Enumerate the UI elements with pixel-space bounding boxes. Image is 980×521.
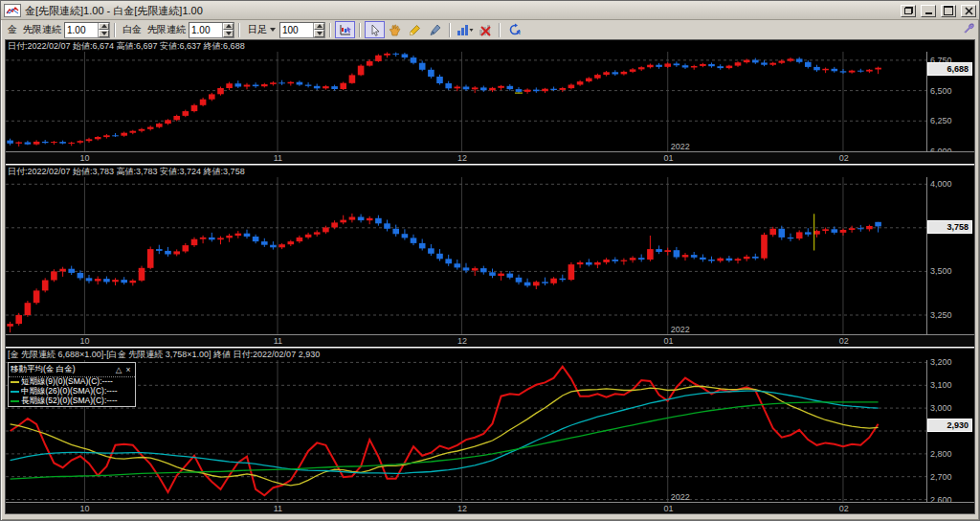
app-window: 金[先限連続]1.00 - 白金[先限連続]1.00 金 先限連続 白金 先限連…: [0, 0, 980, 521]
y-axis-label: 3,100: [930, 381, 952, 390]
platinum-multiplier-spinner: [189, 22, 234, 38]
spin-up-icon[interactable]: [99, 23, 109, 31]
draw-pen-button[interactable]: [425, 21, 445, 38]
period-dropdown[interactable]: 日足: [244, 21, 279, 38]
close-icon: [965, 7, 973, 15]
platinum-series-label: 先限連続: [147, 23, 186, 36]
current-price-box: 6,688: [927, 62, 972, 76]
legend-color-swatch: [11, 381, 19, 383]
gold-y-axis: 6,7506,5006,2506,0006,688: [926, 52, 974, 151]
gold-x-axis-labels: 1011120102: [6, 152, 927, 164]
pan-hand-button[interactable]: [385, 21, 405, 38]
app-chart-icon: [4, 4, 21, 17]
spread-info-line: [金 先限連続 6,688×1.00]-[白金 先限連続 3,758×1.00]…: [6, 349, 974, 360]
gold-multiplier-spinner: [64, 22, 110, 38]
toolbar-separator: [238, 23, 240, 37]
x-axis-label: 01: [663, 336, 673, 346]
x-axis-label: 01: [663, 153, 673, 163]
y-axis-label: 3,200: [930, 358, 952, 367]
restore-window-icon: [904, 7, 913, 14]
legend-color-swatch: [11, 391, 19, 393]
draw-pencil-button[interactable]: [405, 21, 425, 38]
chart-type-button[interactable]: [455, 21, 475, 38]
wrench-icon[interactable]: [963, 22, 975, 36]
maximize-icon: [944, 6, 953, 15]
platinum-symbol-label: 白金: [122, 23, 142, 36]
bar-count-input[interactable]: [280, 23, 313, 37]
hand-icon: [389, 24, 401, 36]
toolbar-separator: [499, 23, 501, 37]
y-axis-label: 6,250: [930, 117, 952, 125]
x-axis-label: 10: [80, 504, 90, 513]
minimize-button[interactable]: [921, 5, 936, 17]
gold-x-axis: 1011120102: [6, 151, 974, 164]
delete-chart-button[interactable]: [475, 21, 495, 38]
new-window-button[interactable]: [901, 5, 916, 17]
gold-series-label: 先限連続: [23, 23, 61, 36]
refresh-button[interactable]: R: [504, 21, 524, 38]
bar-count-spinner: [279, 22, 325, 38]
spread-chart-panel: [金 先限連続 6,688×1.00]-[白金 先限連続 3,758×1.00]…: [6, 349, 974, 514]
legend-minimize-icon[interactable]: △: [114, 365, 123, 374]
spin-down-icon[interactable]: [223, 30, 234, 37]
platinum-plot[interactable]: 2022: [6, 177, 926, 334]
period-label: 日足: [248, 23, 267, 36]
delete-chart-x-icon: [479, 24, 492, 36]
spin-down-icon[interactable]: [314, 30, 324, 37]
gold-multiplier-input[interactable]: [65, 23, 98, 37]
x-axis-label: 01: [663, 504, 673, 513]
y-axis-label: 6,500: [930, 87, 952, 96]
toolbar-separator: [114, 23, 116, 37]
x-axis-label: 12: [457, 504, 467, 513]
refresh-icon: R: [508, 23, 522, 36]
spread-plot[interactable]: 移動平均(金 白金) △ × 短期線(9)(0)(SMA)(C):----中期線…: [6, 360, 926, 502]
pen-icon: [429, 24, 441, 36]
y-axis-label: 2,700: [930, 473, 952, 482]
spin-up-icon[interactable]: [314, 23, 324, 31]
select-arrow-icon: [369, 24, 381, 36]
x-axis-label: 11: [274, 504, 282, 513]
y-axis-label: 4,000: [930, 180, 952, 189]
platinum-chart-panel: 日付:2022/02/07 始値:3,783 高値:3,783 安値:3,724…: [6, 166, 974, 347]
title-bar[interactable]: 金[先限連続]1.00 - 白金[先限連続]1.00: [1, 1, 979, 20]
legend-title: 移動平均(金 白金): [11, 364, 114, 375]
x-axis-label: 10: [80, 153, 90, 163]
spread-y-axis: 3,2003,1003,0002,8002,7002,6002,930: [926, 360, 974, 502]
svg-text:R: R: [516, 30, 521, 35]
maximize-button[interactable]: [941, 5, 956, 17]
y-axis-label: 3,250: [930, 311, 952, 320]
legend-color-swatch: [11, 400, 19, 402]
select-arrow-button[interactable]: [365, 21, 385, 38]
platinum-x-axis-labels: 1011120102: [6, 335, 927, 347]
svg-text:2022: 2022: [671, 142, 690, 151]
minimize-icon: [925, 12, 932, 14]
platinum-multiplier-arrows: [222, 23, 234, 37]
svg-text:2022: 2022: [671, 492, 690, 502]
chart-cursor-mode-button[interactable]: [335, 21, 355, 38]
toolbar-separator: [449, 23, 451, 37]
y-axis-label: 3,000: [930, 404, 952, 413]
x-axis-label: 11: [274, 153, 282, 163]
chevron-down-icon: [270, 28, 276, 32]
gold-info-line: 日付:2022/02/07 始値:6,674 高値:6,697 安値:6,637…: [6, 40, 974, 52]
gold-symbol-label: 金: [8, 23, 17, 36]
x-axis-label: 10: [80, 336, 90, 346]
spread-x-axis-labels: 1011120102: [6, 503, 927, 514]
x-axis-label: 11: [274, 336, 282, 346]
spin-down-icon[interactable]: [99, 30, 109, 37]
y-axis-label: 2,800: [930, 450, 952, 459]
bar-chart-icon: [457, 24, 474, 36]
spread-x-axis: 1011120102: [6, 502, 974, 514]
close-button[interactable]: [961, 5, 976, 17]
gold-plot[interactable]: 2022: [6, 52, 926, 151]
platinum-x-axis: 1011120102: [6, 334, 974, 347]
pencil-icon: [409, 24, 421, 36]
toolbar-separator: [329, 23, 331, 37]
legend-close-icon[interactable]: ×: [123, 365, 133, 374]
spin-up-icon[interactable]: [223, 23, 234, 31]
ma-legend: 移動平均(金 白金) △ × 短期線(9)(0)(SMA)(C):----中期線…: [8, 362, 136, 407]
y-axis-label: 3,500: [930, 267, 952, 276]
x-axis-label: 02: [839, 504, 849, 513]
platinum-multiplier-input[interactable]: [189, 23, 222, 37]
toolbar: 金 先限連続 白金 先限連続 日足: [1, 20, 979, 39]
